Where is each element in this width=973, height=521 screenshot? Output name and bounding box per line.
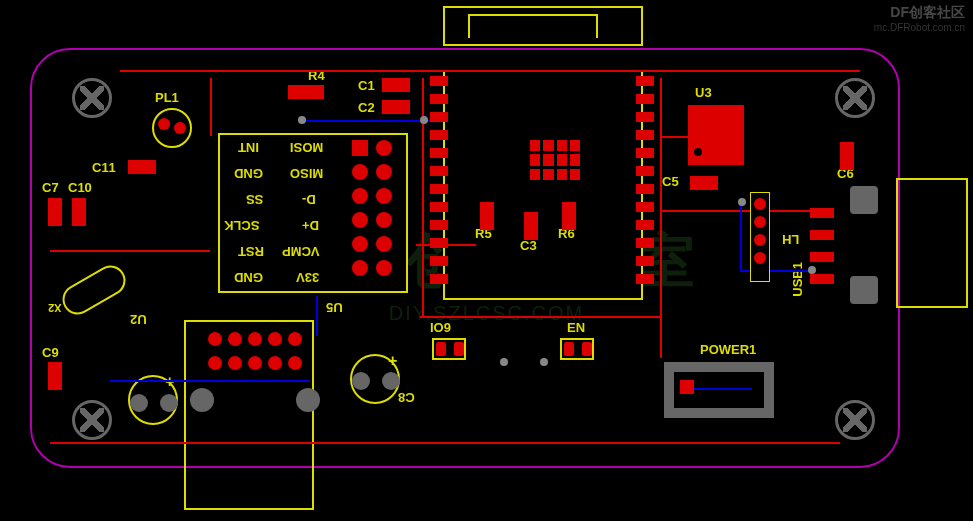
trace-blue xyxy=(740,200,742,270)
ref-c2: C2 xyxy=(358,100,375,115)
u1-pins-left xyxy=(430,76,448,284)
c10-body xyxy=(72,198,86,226)
ref-pl1: PL1 xyxy=(155,90,179,105)
ref-en: EN xyxy=(567,320,585,335)
en-pad xyxy=(582,342,592,356)
mounting-hole xyxy=(72,78,112,118)
trace xyxy=(120,70,860,72)
usb1-shield xyxy=(850,186,878,214)
mounting-hole xyxy=(72,400,112,440)
trace-blue xyxy=(316,296,318,336)
ref-c8: C8 xyxy=(398,390,415,405)
ref-c3: C3 xyxy=(520,238,537,253)
io9-pad xyxy=(454,342,464,356)
watermark-green-sub: DIY.SZLCSC.COM xyxy=(389,302,584,325)
cap-pad xyxy=(160,394,178,412)
io9-pad xyxy=(436,342,446,356)
cap-pad xyxy=(382,372,400,390)
u1-body xyxy=(443,70,643,300)
pin-label: SS xyxy=(246,192,263,207)
u3-header-pad xyxy=(754,198,766,210)
r5-body xyxy=(480,202,494,230)
watermark-url: mc.DFRobot.com.cn xyxy=(874,22,965,33)
trace xyxy=(420,316,660,318)
pin-label: RST xyxy=(238,244,264,259)
ref-u5: U5 xyxy=(326,300,343,315)
trace xyxy=(660,78,662,358)
c1-body xyxy=(382,78,410,92)
usb-mount-hole xyxy=(296,388,320,412)
ref-u3: U3 xyxy=(695,85,712,100)
cap-pad xyxy=(352,372,370,390)
u3-header-pad xyxy=(754,216,766,228)
via xyxy=(298,116,306,124)
ref-x2: X2 xyxy=(48,302,61,314)
pin-label: D- xyxy=(302,192,316,207)
pin-label: SCLK xyxy=(224,218,259,233)
pin-label: VCMP xyxy=(282,244,320,259)
ref-c5: C5 xyxy=(662,174,679,189)
pl1-pad xyxy=(158,118,170,130)
pin-label: GND xyxy=(234,270,263,285)
c5-body xyxy=(690,176,718,190)
ref-u2: U2 xyxy=(130,312,147,327)
via xyxy=(540,358,548,366)
trace xyxy=(416,244,476,246)
pin-label: MISO xyxy=(290,166,323,181)
ref-c9: C9 xyxy=(42,345,59,360)
cap-plus-icon: + xyxy=(388,352,397,370)
cap-pad xyxy=(130,394,148,412)
header-pads xyxy=(352,140,392,276)
c6-body xyxy=(840,142,854,170)
usb-bottom-pads xyxy=(208,332,302,346)
u3-header-pad xyxy=(754,252,766,264)
cap-plus-icon: + xyxy=(165,373,174,391)
ref-c10: C10 xyxy=(68,180,92,195)
u3-header-pad xyxy=(754,234,766,246)
ref-c7: C7 xyxy=(42,180,59,195)
via xyxy=(420,116,428,124)
trace-blue xyxy=(110,380,310,382)
usb-mount-hole xyxy=(190,388,214,412)
power1-pad xyxy=(680,380,694,394)
c11-body xyxy=(128,160,156,174)
via xyxy=(500,358,508,366)
trace xyxy=(422,78,424,318)
mounting-hole xyxy=(835,78,875,118)
usb1-outline xyxy=(896,178,968,308)
trace xyxy=(50,442,840,444)
ref-lh: LH xyxy=(782,232,799,247)
via xyxy=(808,266,816,274)
pin-label: 33V xyxy=(296,270,319,285)
usb-bottom-outline xyxy=(184,320,314,510)
ref-io9: IO9 xyxy=(430,320,451,335)
ref-usb1: USB1 xyxy=(790,262,805,297)
trace xyxy=(50,250,210,252)
r4-body xyxy=(288,85,324,99)
en-pad xyxy=(564,342,574,356)
c9-body xyxy=(48,362,62,390)
watermark-brand: DF创客社区 xyxy=(890,4,965,22)
u3-dot xyxy=(694,148,702,156)
ref-c1: C1 xyxy=(358,78,375,93)
pin-label: D+ xyxy=(302,218,319,233)
trace xyxy=(660,210,810,212)
c7-body xyxy=(48,198,62,226)
mounting-hole xyxy=(835,400,875,440)
u1-pins-right xyxy=(636,76,654,284)
trace-blue xyxy=(300,120,430,122)
via xyxy=(738,198,746,206)
usb1-shield xyxy=(850,276,878,304)
r6-body xyxy=(562,202,576,230)
trace xyxy=(210,78,212,136)
ref-c11: C11 xyxy=(92,160,116,175)
c3-body xyxy=(524,212,538,240)
c2-body xyxy=(382,100,410,114)
pl1-pad xyxy=(174,122,186,134)
trace xyxy=(660,136,690,138)
pin-label: GND xyxy=(234,166,263,181)
u3-body xyxy=(688,105,744,165)
usb-bottom-pads2 xyxy=(208,356,302,370)
u1-antenna xyxy=(468,14,598,38)
pin-label: MOSI xyxy=(290,140,323,155)
